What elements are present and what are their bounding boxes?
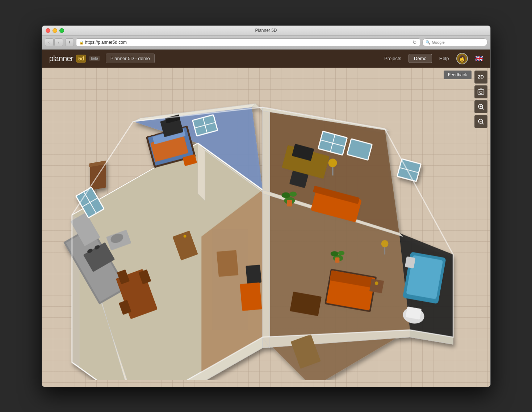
zoom-out-button[interactable] — [474, 115, 487, 128]
svg-point-80 — [330, 251, 338, 256]
new-tab-button[interactable]: + — [65, 38, 74, 46]
svg-point-81 — [338, 251, 344, 255]
avatar[interactable]: 👩 — [456, 53, 468, 64]
logo-box: 5d — [76, 55, 86, 63]
nav-help[interactable]: Help — [439, 56, 449, 61]
floorplan-svg — [49, 78, 469, 380]
svg-point-1 — [479, 91, 482, 93]
beta-badge: beta — [89, 56, 100, 61]
app-header: planner 5d beta Planner 5D - demo Projec… — [42, 50, 490, 68]
language-flag[interactable]: 🇬🇧 — [475, 55, 483, 63]
svg-point-60 — [289, 191, 297, 196]
2d-label: 2D — [478, 74, 484, 80]
search-bar[interactable]: 🔍 Google — [422, 38, 487, 46]
secure-icon: 🔒 — [79, 41, 84, 44]
svg-rect-94 — [212, 229, 248, 330]
search-placeholder: Google — [432, 40, 445, 44]
forward-button[interactable]: › — [54, 38, 63, 46]
svg-line-3 — [482, 108, 483, 109]
screenshot-button[interactable] — [474, 85, 487, 98]
refresh-button[interactable]: ↻ — [412, 39, 417, 45]
url-bar[interactable]: 🔒 https://planner5d.com ↻ — [76, 38, 420, 46]
svg-point-78 — [374, 281, 378, 285]
svg-point-59 — [281, 192, 290, 198]
window-title: Planner 5D — [255, 28, 277, 33]
main-viewport: Feedback 2D — [42, 68, 490, 387]
tools-panel: 2D — [474, 71, 487, 128]
address-bar: ‹ › + 🔒 https://planner5d.com ↻ 🔍 Google — [42, 36, 490, 50]
maximize-button[interactable] — [59, 28, 64, 33]
project-name[interactable]: Planner 5D - demo — [106, 54, 155, 63]
header-nav: Projects Demo Help 👩 🇬🇧 — [384, 53, 483, 64]
svg-rect-96 — [246, 264, 261, 284]
minimize-button[interactable] — [53, 28, 57, 33]
title-bar: Planner 5D — [42, 26, 490, 36]
svg-rect-95 — [216, 250, 238, 277]
feedback-button[interactable]: Feedback — [444, 71, 472, 79]
logo-text: planner — [49, 54, 73, 63]
browser-window: Planner 5D ‹ › + 🔒 https://planner5d.com… — [42, 25, 491, 387]
nav-demo[interactable]: Demo — [409, 54, 432, 63]
svg-rect-97 — [240, 282, 262, 311]
close-button[interactable] — [46, 28, 50, 33]
nav-buttons: ‹ › — [45, 38, 63, 46]
svg-marker-23 — [262, 107, 269, 348]
svg-point-83 — [381, 240, 388, 247]
floor-plan-canvas[interactable] — [49, 78, 469, 380]
svg-point-56 — [328, 158, 337, 167]
svg-line-7 — [482, 123, 483, 124]
back-button[interactable]: ‹ — [45, 38, 54, 46]
search-icon: 🔍 — [426, 40, 431, 45]
url-text: https://planner5d.com — [85, 40, 127, 45]
svg-rect-77 — [369, 279, 384, 293]
svg-rect-61 — [287, 200, 292, 206]
window-controls — [46, 28, 64, 33]
logo-area: planner 5d beta — [49, 54, 100, 63]
nav-projects[interactable]: Projects — [384, 56, 401, 61]
zoom-in-button[interactable] — [474, 100, 487, 113]
2d-view-button[interactable]: 2D — [474, 71, 487, 84]
svg-marker-20 — [198, 143, 205, 200]
svg-rect-91 — [405, 256, 415, 268]
svg-rect-51 — [183, 234, 186, 237]
svg-rect-82 — [335, 257, 339, 263]
